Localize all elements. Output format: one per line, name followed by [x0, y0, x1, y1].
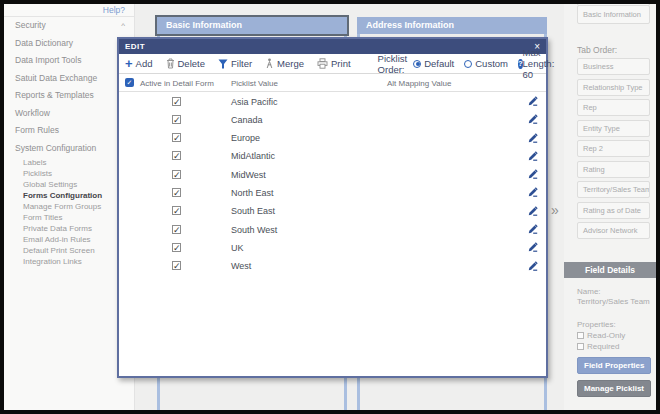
section-header-address-information[interactable]: Address Information [357, 17, 547, 34]
row-active-checkbox[interactable] [172, 133, 181, 142]
select-all-checkbox[interactable]: ✓ [125, 78, 134, 87]
picklist-value: South East [231, 206, 275, 216]
sidebar-item[interactable]: Workflow [4, 105, 134, 123]
tab-order-list: Business Relationship Type Rep Entity Ty… [577, 58, 650, 239]
readonly-checkbox[interactable] [577, 332, 584, 339]
sidebar-item[interactable]: Form Rules [4, 122, 134, 140]
sidebar-item[interactable]: System Configuration [4, 140, 134, 158]
filter-button[interactable]: Filter [218, 58, 252, 69]
edit-pencil-icon[interactable] [528, 261, 538, 271]
picklist-value: UK [231, 243, 244, 253]
radio-label: Default [424, 58, 454, 69]
tab-order-item[interactable]: Rep [577, 99, 650, 116]
tab-order-item[interactable]: Rating [577, 161, 650, 178]
screenshot-frame: Basic Information Address Information He… [0, 0, 660, 414]
app-window: Basic Information Address Information He… [4, 4, 656, 410]
sidebar-item[interactable]: Data Import Tools [4, 52, 134, 70]
row-active-checkbox[interactable] [172, 243, 181, 252]
sidebar-item[interactable]: Security ^ [4, 17, 134, 35]
right-rail: Basic Information Tab Order: Business Re… [564, 4, 656, 410]
tab-order-item[interactable]: Entity Type [577, 120, 650, 137]
radio-icon [464, 60, 472, 68]
sidebar-subitem[interactable]: Manage Form Groups [4, 201, 134, 212]
readonly-label: Read-Only [587, 331, 625, 340]
edit-pencil-icon[interactable] [528, 242, 538, 252]
picklist-order-radios: Default Custom [413, 58, 518, 69]
picklist-value: MidWest [231, 170, 266, 180]
column-header-active: Active in Detail Form [140, 79, 214, 88]
sidebar-subitem[interactable]: Global Settings [4, 179, 134, 190]
row-active-checkbox[interactable] [172, 261, 181, 270]
tab-order-item-label: Advisor Network [583, 226, 638, 235]
sidebar-item-label: System Configuration [15, 143, 96, 153]
edit-pencil-icon[interactable] [528, 206, 538, 216]
picklist-value: North East [231, 188, 274, 198]
order-radio-option[interactable]: Custom [464, 58, 508, 69]
radio-icon [413, 60, 421, 68]
sidebar-subitem[interactable]: Integration Links [4, 256, 134, 267]
row-active-checkbox[interactable] [172, 151, 181, 160]
edit-pencil-icon[interactable] [528, 133, 538, 143]
delete-button[interactable]: Delete [166, 58, 205, 69]
collapse-rail-chevrons-icon[interactable]: » [551, 202, 557, 218]
row-active-checkbox[interactable] [172, 97, 181, 106]
plus-icon: + [125, 59, 133, 69]
tab-order-item[interactable]: Relationship Type [577, 79, 650, 96]
sidebar-subitem[interactable]: Form Titles [4, 212, 134, 223]
sidebar-subitem[interactable]: Picklists [4, 168, 134, 179]
sidebar-subitem[interactable]: Forms Configuration [4, 190, 134, 201]
tab-order-item[interactable]: Advisor Network [577, 222, 650, 239]
sidebar-subitem[interactable]: Private Data Forms [4, 223, 134, 234]
sidebar-item[interactable]: Satuit Data Exchange [4, 70, 134, 88]
required-checkbox[interactable] [577, 343, 584, 350]
tab-order-item[interactable]: Business [577, 58, 650, 75]
row-active-checkbox[interactable] [172, 206, 181, 215]
sidebar-subitem[interactable]: Labels [4, 157, 134, 168]
merge-label: Merge [277, 58, 304, 69]
sidebar-item[interactable]: Reports & Templates [4, 87, 134, 105]
help-link[interactable]: Help? [4, 4, 134, 17]
edit-pencil-icon[interactable] [528, 169, 538, 179]
picklist-value: Asia Pacific [231, 97, 278, 107]
tab-order-item-label: Relationship Type [583, 83, 642, 92]
merge-button[interactable]: Merge [265, 58, 304, 69]
sidebar-item-label: Security [15, 20, 46, 30]
merge-person-icon [265, 58, 274, 69]
edit-pencil-icon[interactable] [528, 114, 538, 124]
tab-order-item[interactable]: Territory/Sales Team [577, 181, 650, 198]
field-properties-button[interactable]: Field Properties [577, 357, 651, 374]
edit-pencil-icon[interactable] [528, 96, 538, 106]
row-active-checkbox[interactable] [172, 115, 181, 124]
sidebar-subitem-label: Default Print Screen [23, 246, 95, 255]
print-button[interactable]: Print [317, 58, 351, 69]
rail-item-basic-information[interactable]: Basic Information [577, 5, 650, 24]
manage-picklist-button[interactable]: Manage Picklist [577, 380, 651, 397]
row-active-checkbox[interactable] [172, 225, 181, 234]
field-details-header: Field Details [564, 262, 656, 278]
edit-pencil-icon[interactable] [528, 187, 538, 197]
sidebar-nav: Security ^ Data Dictionary Data Import T… [4, 17, 134, 157]
order-radio-option[interactable]: Default [413, 58, 454, 69]
collapse-caret-icon[interactable]: ^ [121, 17, 125, 35]
print-label: Print [331, 58, 351, 69]
sidebar-subitem-label: Email Add-in Rules [23, 235, 91, 244]
sidebar-item[interactable]: Data Dictionary [4, 35, 134, 53]
picklist-value: South West [231, 225, 277, 235]
required-checkbox-row: Required [577, 342, 619, 351]
printer-icon [317, 58, 328, 69]
edit-pencil-icon[interactable] [528, 151, 538, 161]
sidebar-subitem[interactable]: Default Print Screen [4, 245, 134, 256]
tab-order-item[interactable]: Rating as of Date [577, 202, 650, 219]
add-button[interactable]: + Add [125, 58, 153, 69]
row-active-checkbox[interactable] [172, 170, 181, 179]
add-label: Add [136, 58, 153, 69]
row-active-checkbox[interactable] [172, 188, 181, 197]
tab-order-item[interactable]: Rep 2 [577, 140, 650, 157]
field-name-value: Territory/Sales Team [577, 297, 650, 306]
section-header-basic-information[interactable]: Basic Information [157, 17, 347, 34]
sidebar-subitem[interactable]: Email Add-in Rules [4, 234, 134, 245]
table-row: Asia Pacific [119, 92, 546, 110]
edit-pencil-icon[interactable] [528, 224, 538, 234]
column-header-picklist-value: Picklist Value [231, 79, 278, 88]
table-row: UK [119, 238, 546, 256]
